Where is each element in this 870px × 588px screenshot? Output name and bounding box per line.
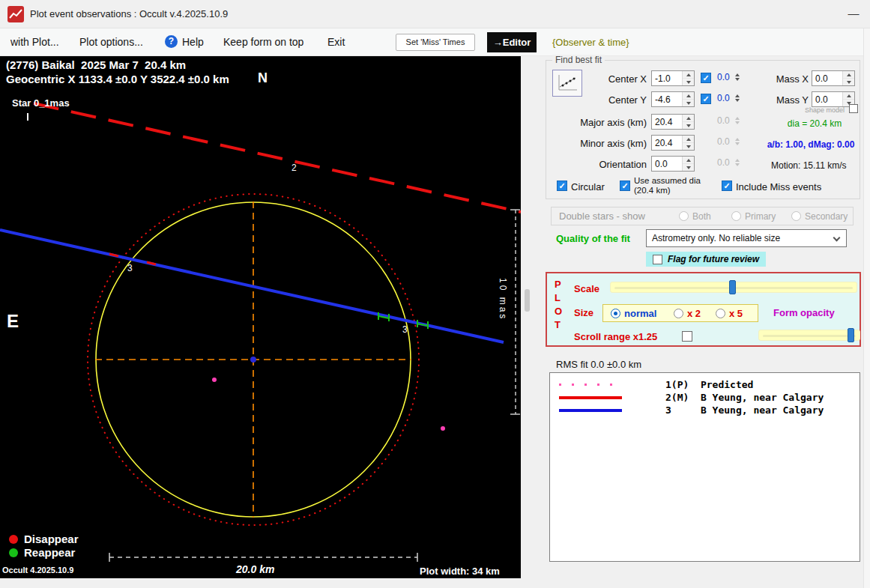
shape-model-checkbox[interactable]	[849, 104, 858, 113]
predicted-line-sample-icon	[559, 384, 622, 386]
include-miss-events-checkbox[interactable]: ✓	[722, 181, 732, 191]
mass-x-value[interactable]: 0.0	[812, 71, 842, 85]
editor-button[interactable]: →Editor	[487, 32, 537, 52]
size-x5-radio[interactable]	[716, 309, 725, 318]
minor-axis-down-button[interactable]	[683, 143, 694, 150]
minor-axis-value[interactable]: 20.4	[652, 136, 682, 150]
menu-plot-options[interactable]: Plot options...	[79, 36, 143, 48]
opacity-slider[interactable]	[758, 330, 860, 341]
size-normal-radio[interactable]	[611, 309, 620, 318]
plot-area[interactable]: (2776) Baikal 2025 Mar 7 20.4 km Geocent…	[0, 56, 521, 578]
orientation-label: Orientation	[567, 159, 647, 170]
major-axis-value[interactable]: 20.4	[652, 115, 682, 129]
down-arrow-icon	[735, 99, 740, 102]
observation-row-1[interactable]: 1(P) Predicted	[559, 379, 753, 390]
center-x-fit-checkbox[interactable]: ✓	[701, 73, 711, 83]
down-arrow-icon	[735, 142, 740, 145]
use-assumed-dia-label: Use assumed dia (20.4 km)	[634, 176, 718, 196]
major-axis-down-button[interactable]	[683, 122, 694, 129]
plot-letter-t: T	[555, 319, 561, 330]
window-scrollbar[interactable]	[863, 28, 870, 588]
up-arrow-icon	[735, 159, 740, 162]
double-stars-both-radio[interactable]	[679, 211, 689, 221]
quality-of-fit-dropdown[interactable]: Astrometry only. No reliable size	[646, 229, 847, 247]
up-arrow-icon	[735, 138, 740, 141]
minor-axis-up-button[interactable]	[683, 136, 694, 143]
center-y-spinner[interactable]	[682, 92, 694, 106]
orientation-spinner[interactable]	[682, 157, 694, 171]
up-arrow-icon	[735, 117, 740, 120]
up-arrow-icon	[686, 73, 691, 76]
down-arrow-icon	[686, 81, 691, 84]
center-y-down-button[interactable]	[683, 100, 694, 106]
minor-axis-spinner[interactable]	[682, 136, 694, 150]
down-arrow-icon	[686, 145, 691, 148]
orientation-value[interactable]: 0.0	[652, 157, 682, 171]
minor-axis-input[interactable]: 20.4	[651, 135, 695, 151]
observation-row-3[interactable]: 3 B Yeung, near Calgary	[559, 404, 824, 416]
major-axis-input[interactable]: 20.4	[651, 114, 695, 130]
flag-review-row: Flag for future review	[646, 252, 766, 267]
scale-slider-thumb[interactable]	[729, 280, 736, 294]
mas-scale-bracket	[510, 210, 520, 414]
menu-exit[interactable]: Exit	[327, 36, 345, 48]
major-axis-up-button[interactable]	[683, 115, 694, 122]
chord-3-line-sample-icon	[559, 409, 622, 412]
observer-time-label: {Observer & time}	[552, 37, 629, 48]
mass-x-down-button[interactable]	[843, 79, 854, 85]
center-y-error-spinner[interactable]	[735, 94, 740, 102]
center-x-value[interactable]: -1.0	[652, 71, 682, 85]
major-axis-error-spinner	[735, 117, 740, 124]
mass-y-up-button[interactable]	[843, 92, 854, 100]
mass-x-up-button[interactable]	[843, 71, 854, 79]
mass-x-label: Mass X	[770, 73, 809, 85]
use-assumed-dia-checkbox[interactable]: ✓	[620, 181, 630, 191]
fit-chart-icon	[556, 73, 579, 93]
scale-label: Scale	[574, 283, 599, 294]
center-x-error-spinner[interactable]	[735, 73, 740, 81]
circular-checkbox[interactable]: ✓	[557, 181, 567, 191]
menu-keep-form-on-top[interactable]: Keep form on top	[223, 36, 303, 48]
center-y-value[interactable]: -4.6	[652, 92, 682, 106]
orientation-input[interactable]: 0.0	[651, 156, 695, 172]
size-x2-label: x 2	[687, 308, 701, 319]
up-arrow-icon	[847, 94, 851, 97]
orientation-down-button[interactable]	[683, 164, 694, 171]
mass-x-input[interactable]: 0.0	[812, 70, 855, 86]
opacity-slider-thumb[interactable]	[848, 328, 854, 342]
circular-label: Circular	[571, 181, 605, 193]
help-icon[interactable]: ?	[165, 35, 178, 48]
plot-canvas[interactable]	[0, 56, 521, 578]
observation-row-3-text: 3 B Yeung, near Calgary	[665, 404, 824, 416]
double-stars-primary-radio[interactable]	[731, 211, 741, 221]
double-stars-secondary-radio[interactable]	[791, 211, 801, 221]
orientation-up-button[interactable]	[683, 157, 694, 164]
orientation-error-spinner	[735, 159, 740, 166]
minor-axis-error-value: 0.0	[717, 136, 732, 147]
east-label: E	[7, 311, 19, 332]
center-y-fit-checkbox[interactable]: ✓	[701, 94, 711, 104]
panel-splitter-handle[interactable]	[525, 289, 530, 312]
scale-slider[interactable]	[610, 282, 857, 293]
menu-help[interactable]: Help	[182, 36, 204, 48]
flag-review-checkbox[interactable]	[653, 255, 662, 264]
plot-letter-o: O	[555, 306, 562, 317]
center-x-down-button[interactable]	[683, 79, 694, 85]
center-y-input[interactable]: -4.6	[651, 91, 695, 107]
major-axis-label: Major axis (km)	[567, 117, 647, 128]
fit-plot-button[interactable]	[552, 70, 582, 97]
mass-y-value[interactable]: 0.0	[812, 92, 842, 106]
center-y-up-button[interactable]	[683, 92, 694, 100]
observation-row-2[interactable]: 2(M) B Yeung, near Calgary	[559, 392, 824, 403]
observations-listbox[interactable]: 1(P) Predicted 2(M) B Yeung, near Calgar…	[549, 372, 860, 562]
menu-with-plot[interactable]: with Plot...	[10, 36, 59, 48]
minimize-button[interactable]: —	[842, 3, 865, 24]
center-x-up-button[interactable]	[683, 71, 694, 79]
mass-x-spinner[interactable]	[842, 71, 854, 85]
center-x-spinner[interactable]	[682, 71, 694, 85]
size-x2-radio[interactable]	[674, 309, 683, 318]
set-miss-times-button[interactable]: Set 'Miss' Times	[396, 34, 475, 51]
major-axis-spinner[interactable]	[682, 115, 694, 129]
scroll-range-checkbox[interactable]	[682, 331, 692, 342]
center-x-input[interactable]: -1.0	[651, 70, 695, 86]
